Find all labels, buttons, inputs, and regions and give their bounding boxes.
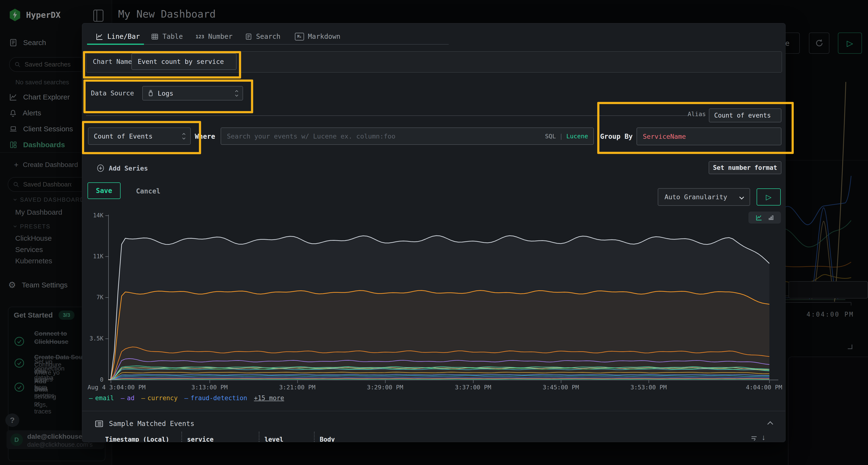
legend-label: ad — [127, 394, 134, 402]
x-tick — [297, 380, 298, 383]
sql-toggle[interactable]: SQL — [545, 133, 556, 140]
legend-dash: — — [121, 394, 125, 402]
table-icon — [151, 33, 159, 40]
granularity-select[interactable]: Auto Granularity — [658, 188, 750, 206]
aggregation-select[interactable]: Count of Events — [88, 128, 191, 145]
legend-item-currency[interactable]: —currency — [141, 394, 178, 402]
y-tick-label: 11K — [82, 253, 103, 260]
chevron-down-icon — [739, 195, 744, 199]
legend-item-email[interactable]: —email — [89, 394, 114, 402]
data-source-label: Data Source — [91, 89, 134, 97]
x-tick — [649, 380, 649, 383]
alias-input[interactable] — [709, 108, 781, 122]
toggle-divider: | — [559, 133, 563, 140]
tab-markdown[interactable]: M↓ Markdown — [295, 33, 340, 40]
tab-table[interactable]: Table — [151, 33, 183, 40]
data-source-select[interactable]: Logs — [142, 86, 243, 100]
y-tick-label: 14K — [82, 212, 103, 219]
group-by-input[interactable] — [637, 128, 781, 145]
legend-dash: — — [184, 394, 188, 402]
plus-circle-icon — [97, 164, 104, 172]
x-tick-label: 3:45:00 PM — [543, 384, 579, 391]
x-tick — [385, 380, 385, 383]
legend-dash: — — [141, 394, 145, 402]
x-tick-label: 3:13:00 PM — [191, 384, 228, 391]
tab-search[interactable]: Search — [245, 33, 280, 40]
sample-events-title: Sample Matched Events — [109, 420, 194, 428]
x-tick — [111, 380, 111, 383]
chart-legend: —email —ad —currency —fraud-detection +1… — [89, 394, 284, 402]
sample-events-header[interactable]: Sample Matched Events — [95, 420, 194, 428]
x-tick-label: 3:29:00 PM — [367, 384, 403, 391]
add-series-label: Add Series — [109, 165, 148, 172]
chart-name-label: Chart Name — [93, 58, 132, 65]
x-tick — [210, 380, 210, 383]
tab-label: Markdown — [308, 33, 340, 40]
line-chart-icon — [96, 33, 103, 40]
list-icon — [95, 421, 103, 427]
cancel-button[interactable]: Cancel — [136, 187, 160, 195]
download-icon[interactable]: ↓ — [762, 433, 766, 442]
section-divider — [82, 411, 785, 411]
lucene-toggle[interactable]: Lucene — [566, 133, 588, 140]
x-tick — [473, 380, 473, 383]
legend-more-link[interactable]: +15 more — [254, 394, 284, 402]
select-chevrons-icon — [183, 133, 185, 139]
group-by-label: Group By — [600, 133, 633, 140]
legend-dash: — — [89, 394, 93, 402]
tab-number[interactable]: 123 Number — [195, 33, 232, 40]
alias-field[interactable] — [714, 111, 777, 119]
y-tick-label: 7K — [82, 294, 103, 301]
y-tick — [105, 215, 108, 216]
y-tick — [105, 338, 108, 339]
where-input[interactable]: SQL | Lucene — [221, 128, 594, 145]
number-icon: 123 — [195, 34, 204, 39]
column-header-level[interactable]: level — [265, 436, 283, 442]
document-icon — [245, 33, 252, 40]
y-tick-label: 0 — [82, 376, 103, 383]
sort-icon[interactable] — [751, 435, 758, 442]
query-language-toggle: SQL | Lucene — [545, 133, 588, 140]
x-tick-label: 3:21:00 PM — [279, 384, 316, 391]
app-root: HyperDX Search No saved searches Chart E… — [0, 0, 868, 465]
add-series-button[interactable]: Add Series — [97, 164, 148, 172]
legend-item-ad[interactable]: —ad — [121, 394, 134, 402]
tab-line-bar[interactable]: Line/Bar — [96, 33, 140, 40]
where-field[interactable] — [226, 132, 545, 140]
save-button[interactable]: Save — [88, 182, 121, 199]
legend-label: fraud-detection — [190, 394, 247, 402]
main-chart[interactable] — [108, 213, 769, 380]
data-source-value: Logs — [158, 90, 173, 97]
legend-item-fraud-detection[interactable]: —fraud-detection — [184, 394, 247, 402]
collapse-panel-icon[interactable] — [767, 421, 773, 427]
column-header-timestamp[interactable]: Timestamp (Local) — [105, 436, 169, 442]
x-tick-label: 3:37:00 PM — [455, 384, 491, 391]
markdown-icon: M↓ — [295, 33, 304, 40]
x-tick-label: Aug 4 3:04:00 PM — [88, 384, 146, 391]
granularity-value: Auto Granularity — [664, 193, 727, 201]
column-header-service[interactable]: service — [187, 436, 214, 442]
tab-label: Line/Bar — [107, 33, 140, 40]
column-separator[interactable] — [259, 432, 259, 442]
tab-label: Search — [256, 33, 280, 40]
alias-label: Alias — [688, 110, 706, 118]
database-icon — [148, 90, 154, 97]
column-header-body[interactable]: Body — [320, 436, 335, 442]
x-tick — [769, 380, 770, 383]
x-tick-label: 3:53:00 PM — [630, 384, 667, 391]
series-divider — [86, 115, 689, 116]
chart-name-input[interactable] — [131, 53, 237, 70]
chart-editor-modal: Line/Bar Table 123 Number Search M↓ Mark… — [82, 23, 785, 442]
tab-label: Table — [162, 33, 183, 40]
x-tick — [561, 380, 561, 383]
run-chart-button[interactable]: ▷ — [756, 189, 781, 205]
chart-name-field[interactable] — [137, 58, 231, 66]
column-separator[interactable] — [314, 432, 315, 442]
set-number-format-button[interactable]: Set number format — [709, 161, 781, 174]
y-tick — [105, 256, 108, 257]
aggregation-value: Count of Events — [94, 133, 153, 140]
column-separator[interactable] — [181, 432, 182, 442]
select-chevrons-icon — [236, 91, 238, 96]
group-by-field[interactable] — [642, 133, 776, 140]
tab-label: Number — [208, 33, 232, 40]
